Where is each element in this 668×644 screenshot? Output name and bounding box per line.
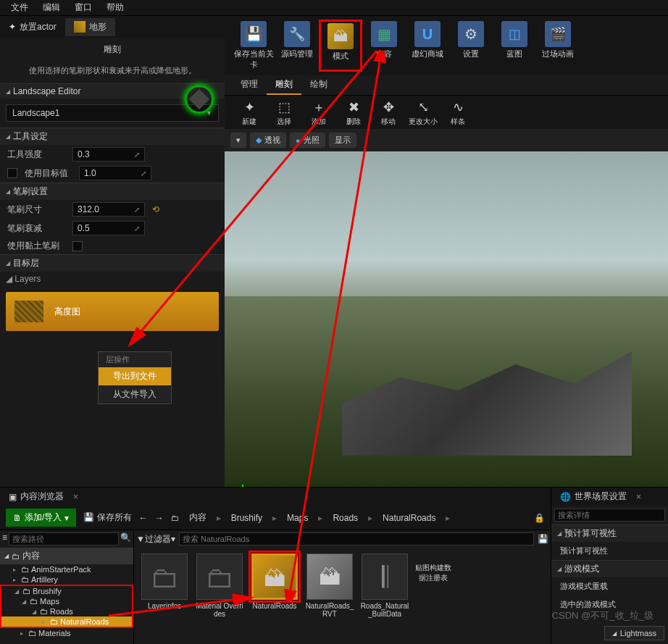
section-tool-settings[interactable]: 工具设定 [0, 127, 225, 145]
viewport-show-button[interactable]: 显示 [329, 133, 356, 148]
mode-tab-sculpt[interactable]: 雕刻 [267, 75, 301, 95]
delete-icon: ✖ [344, 98, 363, 117]
menu-help[interactable]: 帮助 [99, 1, 131, 14]
toolbar-content[interactable]: 内容 [362, 20, 406, 72]
menu-window[interactable]: 窗口 [67, 1, 99, 14]
folder-icon: ▣ [9, 492, 17, 502]
content-icon [371, 21, 397, 47]
tree-item[interactable]: Materials [0, 628, 133, 638]
tool-strength-label: 工具强度 [7, 149, 65, 161]
asset-naturalroads[interactable]: NaturalRoads [250, 553, 299, 618]
toolbar-blueprint[interactable]: 蓝图 [493, 20, 536, 72]
toolbar-market[interactable]: 虚幻商城 [406, 20, 449, 72]
breadcrumb-seg[interactable]: Maps [284, 513, 311, 523]
lightmass-section[interactable]: Lightmass [604, 626, 664, 640]
tab-landscape[interactable]: 地形 [65, 18, 115, 36]
viewport-lit-button[interactable]: ●光照 [290, 133, 325, 148]
section-brush-settings[interactable]: 笔刷设置 [0, 183, 225, 200]
folder-icon [28, 629, 36, 637]
filters-button[interactable]: ▼过滤器▾ [136, 533, 175, 545]
tree-item-roads[interactable]: Roads [1, 606, 132, 616]
tool-strength-input[interactable]: 0.3 [72, 147, 145, 162]
nav-fwd-button[interactable]: → [155, 513, 164, 523]
heightmap-layer[interactable]: 高度图 [6, 292, 219, 331]
clay-brush-checkbox[interactable] [72, 241, 83, 251]
context-export-to-file[interactable]: 导出到文件 [99, 367, 171, 385]
asset-layerinfos[interactable]: Layerinfos [140, 553, 189, 618]
brush-falloff-input[interactable]: 0.5 [72, 221, 145, 235]
tool-resize[interactable]: ⤡更改大小 [406, 98, 441, 127]
add-icon: ＋ [309, 98, 328, 117]
toolbar-source[interactable]: 源码管理 [275, 20, 319, 72]
gamemode-header[interactable]: 游戏模式 [551, 560, 668, 577]
tool-spline[interactable]: ∿样条 [441, 98, 475, 127]
tree-item-brushify[interactable]: Brushify [1, 586, 132, 596]
toolbar-save[interactable]: 保存当前关卡 [232, 20, 275, 72]
folder-thumb-icon [196, 553, 243, 600]
tree-item-maps[interactable]: Maps [1, 596, 132, 606]
content-browser-tab[interactable]: ▣内容浏览器 [0, 488, 87, 506]
tool-add[interactable]: ＋添加 [301, 98, 336, 127]
viewport-controls: ▾ ◆透视 ●光照 显示 [225, 129, 668, 151]
tree-toggle-button[interactable]: ≡ [2, 532, 7, 545]
add-import-button[interactable]: 添加/导入 [6, 509, 76, 527]
precomputed-vis-header[interactable]: 预计算可视性 [551, 524, 668, 542]
breadcrumb-seg[interactable]: Roads [330, 513, 361, 523]
toolbar-settings[interactable]: 设置 [449, 20, 493, 72]
world-settings-tab[interactable]: 🌐世界场景设置 [551, 488, 650, 506]
toolbar-modes[interactable]: 模式 [319, 20, 362, 72]
tool-select[interactable]: ⬚选择 [267, 98, 301, 127]
asset-naturalroads-rvt[interactable]: NaturalRoads_RVT [305, 553, 354, 618]
toolbar-cinematic[interactable]: 过场动画 [536, 20, 580, 72]
select-icon: ⬚ [275, 98, 293, 117]
viewport[interactable] [225, 151, 668, 514]
content-browser-toolbar: 添加/导入 💾 保存所有 ← → 内容▸ Brushify▸ Maps▸ Roa… [0, 506, 551, 530]
world-settings-search[interactable] [554, 509, 665, 522]
search-icon[interactable]: 🔍 [120, 532, 131, 545]
tree-root-content[interactable]: 内容 [0, 548, 133, 564]
viewport-options-button[interactable]: ▾ [230, 133, 246, 148]
folder-icon [30, 597, 38, 606]
reset-icon[interactable]: ⟲ [152, 204, 159, 214]
save-filter-icon[interactable]: 💾 [538, 534, 548, 544]
data-thumb-icon [362, 553, 408, 600]
content-tree: ≡ 🔍 内容 AnimStarterPack Artillery Brushif… [0, 530, 134, 644]
new-icon: ✦ [240, 98, 259, 117]
market-icon [414, 21, 441, 47]
layer-context-menu: 层操作 导出到文件 从文件导入 [98, 351, 172, 404]
asset-material-overrides[interactable]: Material Overrides [195, 553, 244, 618]
lit-icon: ● [296, 136, 301, 145]
tree-search-input[interactable] [9, 532, 119, 545]
menu-file[interactable]: 文件 [4, 1, 36, 14]
tool-move[interactable]: ✥移动 [371, 98, 406, 127]
use-target-checkbox[interactable] [7, 168, 17, 178]
breadcrumb-seg[interactable]: Brushify [228, 513, 265, 523]
tree-item[interactable]: Artillery [0, 574, 133, 585]
resize-icon: ⤡ [414, 98, 433, 117]
breadcrumb-seg[interactable]: 内容 [186, 511, 209, 524]
tool-delete[interactable]: ✖删除 [336, 98, 371, 127]
breadcrumb-seg[interactable]: NaturalRoads [380, 513, 438, 523]
folder-root-icon [171, 513, 179, 523]
mode-tab-manage[interactable]: 管理 [232, 75, 267, 95]
brush-size-input[interactable]: 312.0 [72, 202, 145, 217]
menu-edit[interactable]: 编辑 [36, 1, 67, 14]
lock-icon[interactable]: 🔒 [534, 513, 545, 523]
main-area: 保存当前关卡 源码管理 模式 内容 虚幻商城 设置 蓝图 过场动画 管理 雕刻 … [225, 16, 668, 487]
tree-item[interactable]: AnimStarterPack [0, 564, 133, 574]
items-search-input[interactable] [179, 532, 534, 545]
section-target-layers[interactable]: 目标层 [0, 254, 225, 272]
mode-tab-paint[interactable]: 绘制 [301, 75, 336, 95]
tab-place-actor[interactable]: 放置actor [0, 18, 65, 36]
main-menubar: 文件 编辑 窗口 帮助 [0, 0, 668, 16]
context-import-from-file[interactable]: 从文件导入 [99, 385, 171, 403]
folder-icon [21, 575, 29, 584]
target-value-input[interactable]: 1.0 [79, 166, 151, 180]
tool-new[interactable]: ✦新建 [232, 98, 267, 127]
heightmap-label: 高度图 [54, 306, 80, 318]
viewport-perspective-button[interactable]: ◆透视 [250, 133, 286, 148]
save-all-button[interactable]: 💾 保存所有 [83, 511, 131, 524]
tree-item-naturalroads[interactable]: NaturalRoads [1, 616, 132, 627]
asset-roads-builtdata[interactable]: Roads_Natural_BuiltData [360, 553, 409, 618]
nav-back-button[interactable]: ← [139, 513, 148, 523]
